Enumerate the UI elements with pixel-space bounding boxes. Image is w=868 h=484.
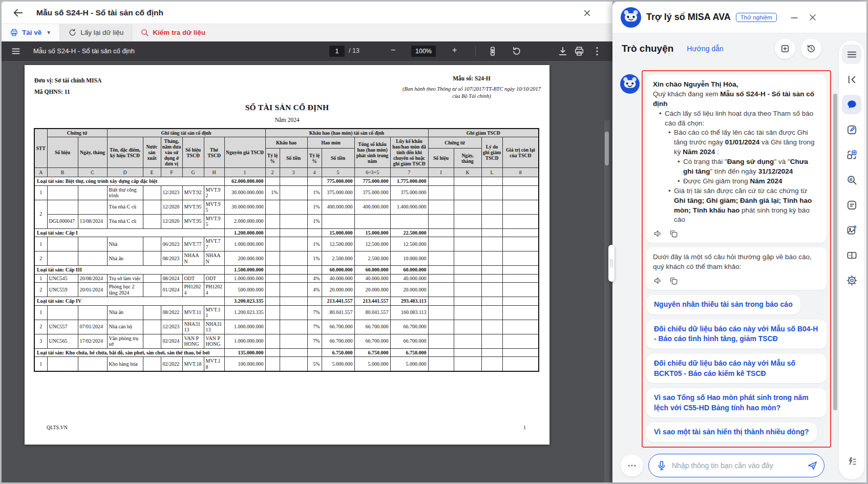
fit-page-icon[interactable] [487, 46, 498, 57]
table-cell: 10.000.000 [390, 251, 428, 266]
table-cell: 1% [307, 237, 322, 251]
rail-add-image-icon[interactable] [842, 220, 861, 240]
suggested-question-chip[interactable]: Vì sao Tổng số Hao mòn phát sinh trong n… [646, 388, 827, 417]
rail-collapse-panel-icon[interactable] [842, 70, 861, 89]
highlighted-message-area: Xin chào Nguyễn Thị Hòa,Quý khách đang x… [642, 70, 831, 448]
new-chat-button[interactable] [775, 38, 795, 59]
table-cell: 20/01/2024 [78, 283, 107, 297]
assistant-message: Dưới đây là một số câu hỏi thường gặp về… [646, 247, 827, 290]
copy-icon[interactable] [668, 276, 679, 286]
copy-icon[interactable] [668, 228, 679, 239]
rotate-icon[interactable] [511, 46, 522, 57]
bot-avatar [621, 7, 641, 28]
rail-chat-icon[interactable] [842, 95, 861, 114]
table-cell [428, 305, 454, 320]
rail-convert-icon[interactable] [842, 145, 861, 164]
table-cell: NHAAN [182, 251, 204, 266]
rail-quick-actions-icon[interactable] [842, 452, 861, 471]
table-cell [454, 200, 481, 214]
table-cell: MVT.95 [182, 200, 204, 214]
sidebar-toggle-icon[interactable] [11, 46, 21, 56]
suggested-question-chip[interactable]: Vì sao một tài sản hiển thị thành nhiều … [646, 423, 817, 442]
table-cell: 08/2024 [161, 274, 182, 283]
table-cell [481, 357, 502, 372]
group-total-cell [428, 228, 454, 237]
table-cell [47, 251, 78, 266]
table-cell [280, 283, 307, 297]
th-ghitang: Ghi tăng tài sản cố định [107, 129, 265, 137]
tab-chat[interactable]: Trò chuyện [622, 43, 673, 54]
group-total-cell: 6.750.000 [390, 348, 428, 357]
message-tools [653, 276, 820, 286]
rail-compose-icon[interactable] [842, 120, 861, 139]
group-total-cell [307, 228, 322, 237]
guide-link[interactable]: Hướng dẫn [687, 45, 723, 53]
history-button[interactable] [801, 38, 821, 59]
table-cell: 40.000.000 [322, 274, 354, 283]
zoom-out-button[interactable]: − [391, 46, 395, 55]
download-button[interactable]: Tải về ▼ [2, 24, 60, 41]
zoom-level[interactable]: 100% [411, 46, 436, 57]
zoom-in-button[interactable]: + [452, 46, 457, 55]
more-actions-button[interactable] [621, 454, 643, 477]
check-data-button[interactable]: Kiểm tra dữ liệu [132, 24, 214, 41]
send-icon[interactable] [807, 460, 818, 471]
suggested-question-chip[interactable]: Đối chiếu dữ liệu báo cáo này với Mẫu số… [646, 320, 827, 349]
table-cell [502, 200, 539, 214]
panel-resize-handle[interactable] [608, 245, 615, 282]
rail-document-icon[interactable] [842, 195, 861, 215]
table-cell: 1.000.000.000 [224, 334, 265, 348]
suggested-question-chip[interactable]: Vì sao hao mòn năm không bằng Nguyên giá… [646, 447, 827, 448]
table-cell [280, 200, 307, 214]
table-cell: 12/2023 [161, 185, 182, 200]
asset-group-row: Loại tài sản: Biệt thự, công trình xây d… [34, 177, 539, 186]
table-cell: MVT.95 [204, 214, 224, 228]
back-icon[interactable] [11, 6, 25, 20]
pdf-scrollbar-track[interactable] [604, 120, 609, 482]
suggested-question-chip[interactable]: Nguyên nhân thiếu tài sản trong báo cáo [646, 295, 800, 314]
table-cell [78, 305, 107, 320]
group-total-cell [428, 297, 454, 306]
microphone-icon[interactable] [656, 460, 667, 471]
table-cell [78, 200, 107, 214]
table-cell: 1% [307, 200, 322, 214]
asset-row: 1Nhà ăn08/2022MVT.11MVT.111.200.023.3357… [34, 305, 539, 320]
suggested-question-chip[interactable]: Đối chiếu dữ liệu báo cáo này với Mẫu số… [646, 354, 827, 383]
rail-settings-icon[interactable] [842, 270, 861, 290]
table-cell: 66.700.000 [354, 320, 390, 334]
table-cell [265, 283, 280, 297]
pdf-scrollbar-thumb[interactable] [605, 132, 609, 165]
table-cell [428, 320, 454, 334]
table-cell [502, 274, 539, 283]
group-total-cell [502, 228, 539, 237]
print-icon[interactable] [574, 46, 585, 57]
minimize-icon[interactable] [789, 12, 799, 23]
th-ghigiam: Ghi giảm TSCĐ [428, 129, 539, 137]
page-number-input[interactable]: 1 [329, 46, 345, 57]
read-aloud-icon[interactable] [653, 276, 663, 286]
assistant-panel: Trợ lý số MISA AVA Thử nghiệm Trò chuyện… [612, 2, 866, 482]
message-input[interactable] [672, 461, 802, 470]
close-assistant-icon[interactable] [808, 12, 818, 23]
more-options-icon[interactable] [591, 46, 603, 57]
table-cell [143, 274, 161, 283]
table-cell: 5% [307, 357, 322, 372]
th-chungtu-giam: Chứng từ [428, 137, 481, 149]
asset-table-wrap: STT Chứng từ Ghi tăng tài sản cố định Kh… [34, 128, 539, 372]
column-letter-row: ABCDEFGH123456=3+57IKL8 [34, 168, 539, 177]
table-cell: 4% [307, 283, 322, 297]
table-cell [143, 251, 161, 266]
close-icon[interactable] [581, 7, 593, 19]
group-label: Loại tài sản: Cấp III [34, 266, 224, 275]
download-icon[interactable] [557, 46, 568, 57]
chevron-down-icon[interactable]: ▼ [46, 30, 51, 35]
table-cell [502, 237, 539, 251]
rail-search-text-icon[interactable] [842, 170, 861, 190]
rail-flashcard-icon[interactable] [842, 245, 861, 265]
reload-data-button[interactable]: Lấy lại dữ liệu [60, 24, 132, 41]
read-aloud-icon[interactable] [653, 228, 663, 239]
rail-menu-icon[interactable] [842, 45, 861, 64]
doc-footer-page-number: 1 [523, 425, 526, 430]
table-cell: 1% [307, 251, 322, 266]
th-lydo: Lý do ghi giảm TSCĐ [481, 137, 502, 168]
